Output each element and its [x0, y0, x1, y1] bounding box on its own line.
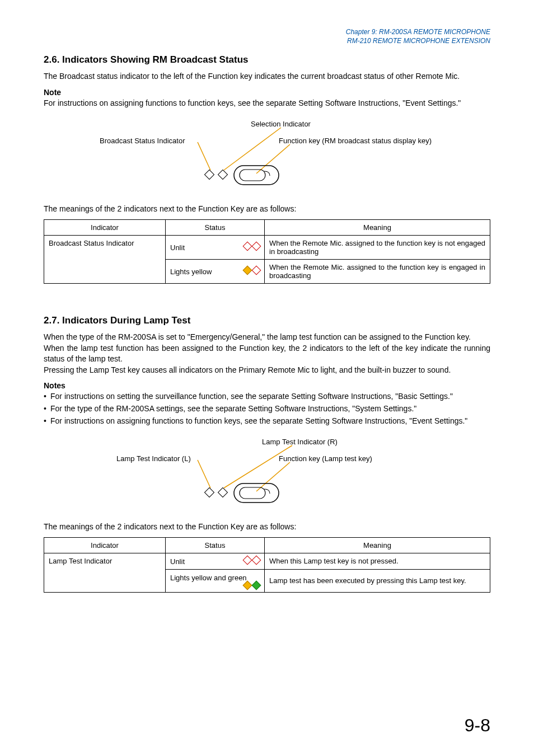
led-unlit-icon	[252, 265, 261, 275]
led-unlit-icon	[243, 241, 252, 251]
svg-rect-12	[234, 483, 279, 503]
led-unlit-icon	[252, 555, 261, 565]
cell-status-unlit: Unlit	[166, 235, 265, 259]
notes-list: For instructions on setting the surveill…	[44, 391, 490, 426]
section-2-6-intro: The Broadcast status indicator to the le…	[44, 71, 490, 82]
section-2-6-title: 2.6. Indicators Showing RM Broadcast Sta…	[44, 54, 490, 65]
led-pair-icon	[244, 557, 260, 564]
note-item: For the type of the RM-200SA settings, s…	[44, 403, 490, 415]
section-2-7-title: 2.7. Indicators During Lamp Test	[44, 315, 490, 326]
led-unlit-icon	[252, 241, 261, 251]
svg-line-8	[198, 460, 210, 488]
table-row: Broadcast Status Indicator Unlit When th…	[44, 235, 490, 259]
section-2-7-p1: When the type of the RM-200SA is set to …	[44, 332, 490, 343]
header-line1: Chapter 9: RM-200SA REMOTE MICROPHONE	[44, 28, 490, 37]
table-lamp-test: Indicator Status Meaning Lamp Test Indic…	[44, 537, 490, 593]
table-header-row: Indicator Status Meaning	[44, 537, 490, 553]
page: Chapter 9: RM-200SA REMOTE MICROPHONE RM…	[0, 0, 534, 756]
notes-label: Notes	[44, 381, 490, 390]
section-2-7-p2: When the lamp test function has been ass…	[44, 343, 490, 365]
led-yellow-icon	[243, 265, 252, 275]
th-status: Status	[166, 219, 265, 235]
svg-rect-4	[218, 170, 228, 180]
status-text: Lights yellow	[170, 267, 212, 276]
svg-rect-6	[240, 170, 265, 181]
svg-rect-13	[240, 487, 265, 499]
led-pair-icon	[244, 582, 260, 589]
th-indicator: Indicator	[44, 219, 166, 235]
cell-indicator: Broadcast Status Indicator	[44, 235, 166, 283]
th-meaning: Meaning	[265, 537, 490, 553]
svg-line-1	[198, 142, 210, 170]
led-pair-icon	[244, 243, 260, 250]
note-item: For instructions on setting the surveill…	[44, 391, 490, 402]
svg-line-9	[256, 462, 290, 491]
cell-indicator: Lamp Test Indicator	[44, 553, 166, 592]
th-status: Status	[166, 537, 265, 553]
note-label: Note	[44, 88, 490, 97]
th-meaning: Meaning	[265, 219, 490, 235]
status-text: Unlit	[170, 243, 185, 252]
note-item: For instructions on assigning functions …	[44, 416, 490, 427]
cell-meaning: When the Remote Mic. assigned to the fun…	[265, 259, 490, 283]
note-text: For instructions on assigning functions …	[44, 98, 490, 109]
cell-meaning: Lamp test has been executed by pressing …	[265, 569, 490, 592]
section-2-7-p3: Pressing the Lamp Test key causes all in…	[44, 365, 490, 376]
diagram-lamp-test: Lamp Test Indicator (R) Lamp Test Indica…	[44, 438, 490, 516]
table-header-row: Indicator Status Meaning	[44, 219, 490, 235]
diagram-broadcast-status: Selection Indicator Broadcast Status Ind…	[44, 120, 490, 198]
svg-rect-11	[218, 488, 228, 497]
table-broadcast-status: Indicator Status Meaning Broadcast Statu…	[44, 219, 490, 284]
led-green-icon	[252, 580, 261, 590]
svg-rect-5	[234, 166, 279, 185]
cell-meaning: When this Lamp test key is not pressed.	[265, 553, 490, 569]
header-line2: RM-210 REMOTE MICROPHONE EXTENSION	[44, 37, 490, 46]
diagram-svg-1	[44, 120, 490, 198]
table-1-intro: The meanings of the 2 indicators next to…	[44, 204, 490, 215]
svg-line-0	[224, 128, 281, 170]
status-text: Unlit	[170, 557, 185, 566]
cell-status-yellow-green: Lights yellow and green	[166, 569, 265, 592]
led-yellow-icon	[243, 580, 252, 590]
svg-rect-3	[205, 170, 214, 180]
led-pair-icon	[244, 267, 260, 274]
page-header: Chapter 9: RM-200SA REMOTE MICROPHONE RM…	[44, 28, 490, 45]
cell-status-unlit: Unlit	[166, 553, 265, 569]
cell-meaning: When the Remote Mic. assigned to the fun…	[265, 235, 490, 259]
table-2-intro: The meanings of the 2 indicators next to…	[44, 522, 490, 533]
th-indicator: Indicator	[44, 537, 166, 553]
led-unlit-icon	[243, 555, 252, 565]
diagram-svg-2	[44, 438, 490, 516]
svg-line-7	[224, 445, 292, 488]
svg-rect-10	[205, 488, 214, 497]
page-number: 9-8	[465, 715, 490, 736]
table-row: Lamp Test Indicator Unlit When this Lamp…	[44, 553, 490, 569]
cell-status-yellow: Lights yellow	[166, 259, 265, 283]
svg-line-2	[256, 144, 290, 173]
status-text: Lights yellow and green	[170, 574, 247, 582]
